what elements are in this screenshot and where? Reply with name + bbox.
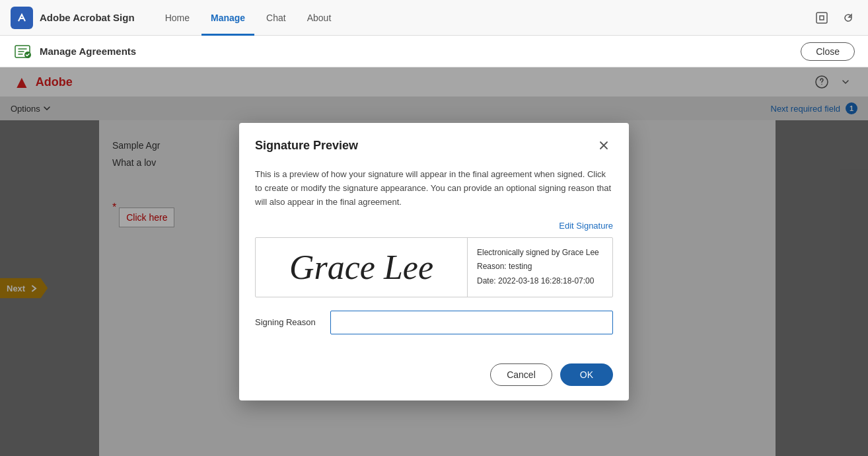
modal-title: Signature Preview: [255, 139, 358, 153]
modal-header: Signature Preview: [239, 123, 629, 163]
signing-reason-input[interactable]: [330, 311, 613, 334]
manage-close-button[interactable]: Close: [801, 42, 855, 61]
sig-info-line3: Date: 2022-03-18 16:28:18-07:00: [477, 274, 603, 289]
edit-signature-link[interactable]: Edit Signature: [559, 221, 613, 231]
signature-preview-box: Grace Lee Electronically signed by Grace…: [255, 237, 613, 297]
content-area: ▲ Adobe Options: [0, 67, 868, 456]
manage-bar-left: Manage Agreements: [13, 42, 136, 61]
sig-info-line2: Reason: testing: [477, 260, 603, 274]
app-logo: [11, 7, 33, 29]
nav-manage[interactable]: Manage: [201, 0, 254, 36]
app-name: Adobe Acrobat Sign: [40, 12, 135, 23]
modal-description: This is a preview of how your signature …: [255, 168, 613, 209]
nav-links: Home Manage Chat About: [156, 0, 341, 35]
modal-backdrop: Signature Preview This is a preview of h…: [0, 67, 868, 456]
modal-body: This is a preview of how your signature …: [239, 163, 629, 363]
manage-bar: Manage Agreements Close: [0, 36, 868, 67]
expand-icon[interactable]: [813, 9, 831, 27]
nav-about[interactable]: About: [298, 0, 341, 36]
edit-signature-link-container: Edit Signature: [255, 220, 613, 231]
top-bar-right: [813, 9, 857, 27]
signature-image-area: Grace Lee: [256, 238, 467, 297]
refresh-icon[interactable]: [839, 9, 857, 27]
modal-close-button[interactable]: [595, 136, 613, 155]
cancel-button[interactable]: Cancel: [490, 363, 552, 386]
signature-info-area: Electronically signed by Grace Lee Reaso…: [467, 238, 612, 297]
sig-info-line1: Electronically signed by Grace Lee: [477, 246, 603, 260]
signing-reason-row: Signing Reason: [255, 311, 613, 334]
manage-title: Manage Agreements: [40, 46, 136, 57]
ok-button[interactable]: OK: [560, 363, 613, 386]
manage-icon: [13, 42, 32, 61]
top-bar: Adobe Acrobat Sign Home Manage Chat Abou…: [0, 0, 868, 36]
nav-home[interactable]: Home: [156, 0, 199, 36]
signature-image: Grace Lee: [289, 248, 433, 287]
modal-footer: Cancel OK: [239, 363, 629, 400]
app-brand: Adobe Acrobat Sign: [11, 7, 135, 29]
signature-preview-modal: Signature Preview This is a preview of h…: [239, 123, 629, 400]
signing-reason-label: Signing Reason: [255, 317, 321, 327]
nav-chat[interactable]: Chat: [257, 0, 295, 36]
svg-rect-1: [816, 13, 827, 23]
